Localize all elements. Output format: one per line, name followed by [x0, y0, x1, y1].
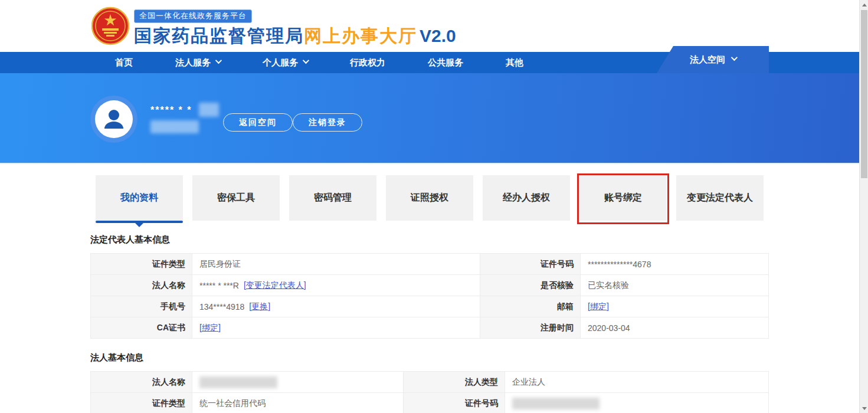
site-title: 国家药品监督管理局网上办事大厅V2.0: [134, 24, 456, 48]
table-row: 证件类型 统一社会信用代码 证件号码: [91, 393, 768, 413]
field-label: 邮箱: [480, 296, 581, 317]
bind-email-link[interactable]: [绑定]: [588, 301, 609, 312]
active-tab-underline: [96, 221, 183, 223]
field-label: 证件号码: [404, 393, 505, 413]
chevron-down-icon: [215, 57, 222, 64]
tab-agent-authorization[interactable]: 经办人授权: [483, 175, 570, 221]
table-row: 证件类型 居民身份证 证件号码 **************4678: [91, 254, 768, 275]
masked-user-name: ***** * *: [150, 105, 192, 116]
main-nav: 首页 法人服务 个人服务 行政权力 公共服务 其他 法人空间: [0, 52, 859, 73]
avatar: [90, 96, 137, 143]
return-space-button[interactable]: 返回空间: [223, 113, 293, 132]
site-header: 全国一体化在线政务服务平台 国家药品监督管理局网上办事大厅V2.0: [0, 0, 859, 52]
field-value: 已实名核验: [581, 275, 768, 296]
redacted-name-patch: [199, 103, 219, 117]
field-value: 2020-03-04: [581, 317, 768, 338]
scroll-up-arrow-icon[interactable]: [860, 0, 868, 9]
field-label: CA证书: [91, 317, 192, 338]
field-value: [192, 372, 404, 392]
field-label: 法人名称: [91, 372, 192, 392]
field-value: [505, 393, 768, 413]
site-title-accent: 网上办事大厅: [304, 26, 417, 45]
user-banner: ***** * * 返回空间 注销登录: [0, 73, 859, 164]
tab-change-legal-representative[interactable]: 变更法定代表人: [676, 175, 764, 221]
tab-account-binding[interactable]: 账号绑定: [579, 175, 667, 221]
tab-security-tools[interactable]: 密保工具: [192, 175, 280, 221]
legal-entity-info-table: 法人名称 法人类型 企业法人 证件类型 统一社会信用代码 证件号码: [90, 371, 769, 413]
redacted-value-patch: [512, 398, 600, 409]
table-row: 法人名称 ***** * ***R [变更法定代表人] 是否核验 已实名核验: [91, 275, 768, 296]
field-value: [绑定]: [192, 317, 480, 338]
site-version: V2.0: [420, 26, 456, 45]
field-label: 注册时间: [480, 317, 581, 338]
vertical-scrollbar[interactable]: [859, 0, 868, 413]
table-row: CA证书 [绑定] 注册时间 2020-03-04: [91, 317, 768, 339]
field-label: 法人名称: [91, 275, 192, 296]
main-content: 法定代表人基本信息 证件类型 居民身份证 证件号码 **************…: [90, 234, 769, 413]
nav-item-other[interactable]: 其他: [506, 57, 523, 68]
nav-item-admin-power[interactable]: 行政权力: [350, 57, 385, 68]
change-legal-rep-link[interactable]: [变更法定代表人]: [244, 280, 306, 291]
tab-password-management[interactable]: 密码管理: [289, 175, 376, 221]
field-value: 134****4918 [更换]: [192, 296, 480, 317]
legal-rep-info-table: 证件类型 居民身份证 证件号码 **************4678 法人名称 …: [90, 253, 769, 339]
field-label: 是否核验: [480, 275, 581, 296]
redacted-value-patch: [199, 376, 277, 388]
logout-button[interactable]: 注销登录: [293, 113, 362, 132]
field-label: 证件号码: [480, 254, 581, 274]
redacted-subline-patch: [150, 120, 199, 133]
scrollbar-thumb[interactable]: [861, 10, 867, 178]
field-label: 法人类型: [404, 372, 505, 392]
field-value: **************4678: [581, 254, 768, 274]
section-title-legal-rep-info: 法定代表人基本信息: [90, 234, 769, 245]
field-label: 证件类型: [91, 254, 192, 274]
profile-tabs: 我的资料 密保工具 密码管理 证照授权 经办人授权 账号绑定 变更法定代表人: [96, 175, 859, 221]
legal-person-space-tab[interactable]: 法人空间: [657, 46, 769, 73]
national-emblem-icon: [91, 6, 129, 46]
nav-item-personal-services[interactable]: 个人服务: [263, 57, 307, 68]
section-title-legal-entity-info: 法人基本信息: [90, 352, 769, 363]
scroll-down-arrow-icon[interactable]: [860, 404, 868, 413]
table-row: 法人名称 法人类型 企业法人: [91, 372, 768, 393]
tab-license-authorization[interactable]: 证照授权: [386, 175, 473, 221]
nav-item-public-services[interactable]: 公共服务: [428, 57, 463, 68]
page: 全国一体化在线政务服务平台 国家药品监督管理局网上办事大厅V2.0 首页 法人服…: [0, 0, 859, 413]
nav-item-legal-services[interactable]: 法人服务: [175, 57, 220, 68]
field-value: ***** * ***R [变更法定代表人]: [192, 275, 480, 296]
field-value: [绑定]: [581, 296, 768, 317]
field-label: 手机号: [91, 296, 192, 317]
user-icon: [101, 106, 127, 132]
platform-badge: 全国一体化在线政务服务平台: [134, 9, 252, 23]
field-value: 统一社会信用代码: [192, 393, 404, 413]
site-title-main: 国家药品监督管理局: [134, 26, 304, 45]
tab-my-profile[interactable]: 我的资料: [96, 175, 183, 221]
field-value: 企业法人: [505, 372, 768, 392]
field-label: 证件类型: [91, 393, 192, 413]
logo: 全国一体化在线政务服务平台 国家药品监督管理局网上办事大厅V2.0: [91, 6, 456, 48]
table-row: 手机号 134****4918 [更换] 邮箱 [绑定]: [91, 296, 768, 317]
change-phone-link[interactable]: [更换]: [249, 301, 270, 312]
field-value: 居民身份证: [192, 254, 480, 274]
bind-ca-cert-link[interactable]: [绑定]: [199, 323, 221, 333]
nav-item-home[interactable]: 首页: [115, 57, 133, 68]
chevron-down-icon: [731, 54, 738, 61]
chevron-down-icon: [303, 57, 309, 64]
